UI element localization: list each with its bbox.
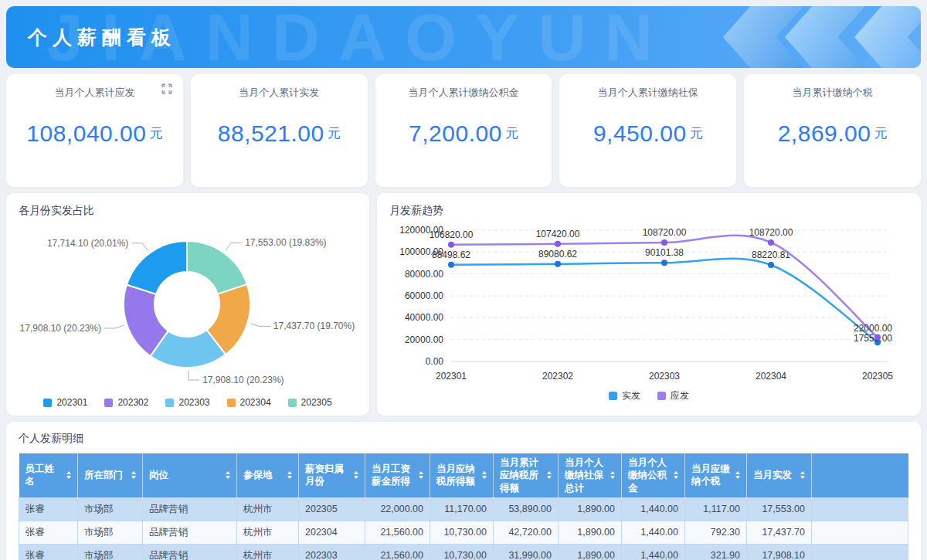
legend-item-应发[interactable]: 应发: [657, 389, 689, 402]
slice-label: 17,908.10 (20.23%): [20, 323, 101, 334]
table-cell: 17,437.70: [747, 521, 812, 544]
sort-icon[interactable]: [610, 471, 615, 479]
data-label: 17553.00: [854, 333, 892, 344]
legend-label: 202304: [240, 397, 271, 408]
data-point[interactable]: [661, 239, 667, 246]
legend-item-202304[interactable]: 202304: [227, 397, 271, 408]
sort-icon[interactable]: [419, 471, 423, 479]
sort-icon[interactable]: [287, 471, 292, 479]
table-cell: 10,730.00: [430, 544, 494, 560]
pie-slice-202305[interactable]: [187, 241, 247, 294]
data-point[interactable]: [448, 242, 454, 248]
column-header-2[interactable]: 所在部门: [78, 453, 143, 497]
line-chart: 0.0020000.0040000.0060000.0080000.001000…: [389, 218, 908, 386]
expand-icon[interactable]: [161, 83, 172, 94]
sort-icon[interactable]: [482, 471, 487, 479]
sort-icon[interactable]: [131, 471, 136, 479]
legend-item-202303[interactable]: 202303: [165, 397, 209, 408]
slice-label: 17,553.00 (19.83%): [245, 237, 326, 248]
column-header-6[interactable]: 当月工资薪金所得: [365, 453, 430, 497]
table-cell: 品牌营销: [143, 497, 237, 521]
table-cell: 202304: [299, 521, 365, 544]
kpi-card-shifa: 当月个人累计实发 88,521.00元: [191, 74, 368, 187]
column-header-label: 当月应纳税所得额: [436, 463, 479, 488]
table-cell: 市场部: [78, 521, 143, 544]
y-axis-label: 0.00: [426, 356, 444, 367]
legend-item-实发[interactable]: 实发: [609, 389, 640, 402]
column-header-3[interactable]: 岗位: [143, 453, 237, 497]
slice-label: 17,437.70 (19.70%): [273, 321, 355, 331]
sort-icon[interactable]: [674, 471, 678, 479]
chevron-left-icon: [785, 6, 865, 68]
table-cell: 1,117.00: [685, 497, 747, 521]
data-label: 108720.00: [643, 227, 687, 238]
table-row: 张睿市场部品牌营销杭州市20230522,000.0011,170.0053,8…: [19, 497, 908, 521]
sort-icon[interactable]: [547, 471, 552, 479]
column-header-7[interactable]: 当月应纳税所得额: [430, 453, 494, 497]
table-cell: 202303: [299, 544, 365, 560]
line-legend: 实发应发: [389, 389, 908, 402]
kpi-value: 88,521.00: [218, 120, 324, 147]
x-axis-label: 202305: [862, 371, 893, 382]
charts-row: 各月份实发占比 17,714.10 (20.01%)17,908.10 (20.…: [6, 193, 921, 416]
table-cell: 42,720.00: [494, 521, 559, 544]
column-header-label: 岗位: [149, 469, 168, 481]
legend-item-202301[interactable]: 202301: [43, 397, 87, 408]
table-row: 张睿市场部品牌营销杭州市20230421,560.0010,730.0042,7…: [19, 521, 908, 544]
kpi-value: 108,040.00: [26, 120, 146, 147]
sort-icon[interactable]: [735, 471, 740, 479]
table-cell: 市场部: [78, 497, 143, 521]
data-point[interactable]: [555, 241, 561, 247]
table-cell: 1,890.00: [559, 544, 622, 560]
legend-label: 202303: [178, 397, 209, 408]
table-cell: 1,890.00: [559, 521, 622, 544]
column-header-label: 薪资归属月份: [305, 463, 351, 488]
table-cell: 17,553.00: [747, 497, 812, 521]
table-cell: [812, 497, 908, 521]
y-axis-label: 40000.00: [405, 312, 443, 323]
x-axis-label: 202304: [756, 371, 786, 382]
sort-icon[interactable]: [354, 471, 358, 479]
legend-item-202302[interactable]: 202302: [104, 397, 148, 408]
chart-title: 月发薪趋势: [389, 204, 908, 218]
data-label: 108720.00: [749, 227, 793, 238]
legend-label: 202305: [301, 397, 332, 408]
column-header-label: 当月累计应纳税所得额: [500, 456, 544, 494]
column-header-1[interactable]: 员工姓名: [19, 453, 78, 497]
data-point[interactable]: [661, 260, 667, 266]
table-cell: [812, 544, 908, 560]
data-point[interactable]: [448, 262, 454, 268]
column-header-10[interactable]: 当月个人缴纳公积金: [622, 453, 685, 497]
legend-item-202305[interactable]: 202305: [288, 397, 332, 408]
column-header-11[interactable]: 当月应缴纳个税: [685, 453, 747, 497]
legend-swatch: [165, 399, 174, 407]
column-header-8[interactable]: 当月累计应纳税所得额: [494, 453, 559, 497]
table-cell: 21,560.00: [365, 544, 430, 560]
y-axis-label: 80000.00: [405, 269, 443, 280]
table-cell: 31,990.00: [494, 544, 559, 560]
column-header-12[interactable]: 当月实发: [747, 453, 812, 497]
column-header-5[interactable]: 薪资归属月份: [299, 453, 365, 497]
kpi-unit: 元: [505, 124, 518, 142]
sort-icon[interactable]: [226, 471, 230, 479]
data-point[interactable]: [555, 261, 561, 267]
column-header-9[interactable]: 当月个人缴纳社保总计: [559, 453, 622, 497]
column-header-label: 当月实发: [753, 469, 792, 481]
column-header-label: 员工姓名: [25, 463, 64, 488]
data-point[interactable]: [768, 262, 774, 268]
legend-swatch: [609, 392, 617, 400]
pie-slice-202301[interactable]: [127, 241, 187, 294]
callout-line: [226, 243, 242, 250]
callout-line: [250, 324, 270, 326]
data-point[interactable]: [768, 239, 774, 246]
table-cell: 杭州市: [237, 497, 299, 521]
kpi-card-yingfa: 当月个人累计应发 108,040.00元: [6, 74, 183, 187]
column-header-4[interactable]: 参保地: [237, 453, 299, 497]
data-point[interactable]: [874, 334, 881, 341]
table-cell: 10,730.00: [430, 521, 494, 544]
donut-chart-card: 各月份实发占比 17,714.10 (20.01%)17,908.10 (20.…: [6, 193, 369, 416]
sort-icon[interactable]: [800, 471, 805, 479]
sort-icon[interactable]: [66, 471, 71, 479]
data-label: 107420.00: [536, 229, 580, 239]
y-axis-label: 20000.00: [405, 334, 443, 345]
